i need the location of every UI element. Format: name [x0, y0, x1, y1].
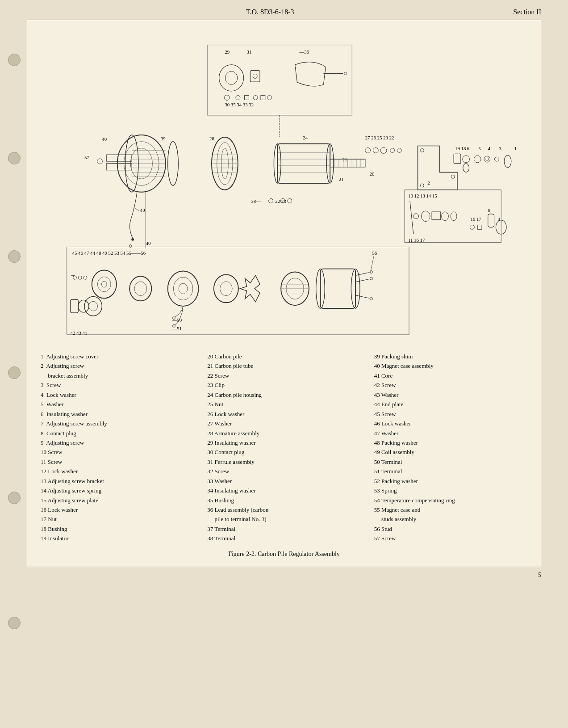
svg-text:31: 31 [247, 49, 252, 55]
part-54: 54 Temperature compensating ring [374, 496, 527, 505]
part-32: 32 Screw [207, 467, 360, 476]
punch-hole-3 [8, 250, 21, 263]
part-50: 50 Terminal [374, 457, 527, 467]
svg-text:11          16  17: 11 16 17 [408, 237, 425, 243]
svg-text:30  35  34  33  32: 30 35 34 33 32 [225, 102, 254, 107]
svg-text:16  17: 16 17 [470, 216, 481, 222]
part-9: 9 Adjusting screw [41, 438, 194, 447]
svg-text:39: 39 [161, 136, 166, 141]
svg-text:3: 3 [499, 146, 501, 151]
punch-hole-5 [8, 492, 21, 504]
parts-list: 1 Adjusting screw cover 2 Adjusting scre… [36, 352, 532, 543]
part-55b: studs assembly [374, 514, 527, 524]
part-39: 39 Packing shim [374, 352, 527, 361]
part-51: 51 Terminal [374, 467, 527, 476]
svg-text:6: 6 [467, 146, 470, 151]
svg-text:28: 28 [209, 136, 214, 141]
part-11: 11 Screw [41, 457, 194, 467]
part-41: 41 Core [374, 371, 527, 380]
diagram-svg: 29 31 —36 30 35 34 33 32 [36, 29, 532, 342]
part-1: 1 Adjusting screw cover [41, 352, 194, 361]
svg-text:24: 24 [303, 135, 308, 140]
svg-text:57: 57 [84, 155, 89, 160]
part-3: 3 Screw [41, 380, 194, 390]
part-42: 42 Screw [374, 380, 527, 390]
part-18: 18 Bushing [41, 524, 194, 534]
part-36: 36 Lead assembly (carbon [207, 505, 360, 514]
part-44: 44 End plate [374, 400, 527, 409]
part-25: 25 Nut [207, 400, 360, 409]
part-34: 34 Insulating washer [207, 486, 360, 495]
svg-text:40: 40 [102, 136, 107, 142]
part-52: 52 Packing washer [374, 476, 527, 486]
page-header: T.O. 8D3-6-18-3 Section II [0, 0, 568, 20]
part-2b: bracket assembly [41, 371, 194, 380]
part-29: 29 Insulating washer [207, 438, 360, 447]
part-53: 53 Spring [374, 486, 527, 495]
svg-text:27  26  25  23  22: 27 26 25 23 22 [365, 135, 394, 140]
part-56: 56 Stud [374, 524, 527, 534]
part-19: 19 Insulator [41, 534, 194, 543]
svg-text:20: 20 [370, 171, 375, 177]
punch-hole-1 [8, 54, 21, 66]
punch-hole-4 [8, 366, 21, 379]
part-21: 21 Carbon pile tube [207, 361, 360, 370]
part-22: 22 Screw [207, 371, 360, 380]
part-49: 49 Coil assembly [374, 447, 527, 457]
punch-hole-2 [8, 152, 21, 164]
part-36b: pile to terminal No. 3) [207, 514, 360, 524]
part-24: 24 Carbon pile housing [207, 390, 360, 400]
svg-text:40: 40 [146, 240, 151, 246]
svg-text:56: 56 [372, 250, 377, 256]
svg-text:—51: —51 [172, 326, 182, 331]
part-46: 46 Lock washer [374, 419, 527, 428]
svg-text:—36: —36 [299, 49, 309, 55]
part-38: 38 Terminal [207, 534, 360, 543]
part-40: 40 Magnet case assembly [374, 361, 527, 370]
part-28: 28 Armature assembly [207, 429, 360, 438]
parts-column-1: 1 Adjusting screw cover 2 Adjusting scre… [41, 352, 194, 543]
svg-text:2: 2 [427, 180, 430, 185]
part-26: 26 Lock washer [207, 409, 360, 419]
part-10: 10 Screw [41, 447, 194, 457]
svg-point-111 [131, 238, 134, 241]
svg-text:8: 8 [488, 207, 490, 213]
svg-text:4: 4 [488, 146, 491, 151]
part-30: 30 Contact plug [207, 447, 360, 457]
svg-text:42  43  41: 42 43 41 [71, 330, 88, 336]
figure-caption: Figure 2-2. Carbon Pile Regulator Assemb… [36, 551, 532, 558]
part-57: 57 Screw [374, 534, 527, 543]
header-center: T.O. 8D3-6-18-3 [246, 8, 294, 16]
punch-hole-6 [8, 617, 21, 629]
part-15: 15 Adjusting screw plate [41, 496, 194, 505]
part-16: 16 Lock washer [41, 505, 194, 514]
part-12: 12 Lock washer [41, 467, 194, 476]
part-17: 17 Nut [41, 514, 194, 524]
part-20: 20 Carbon pile [207, 352, 360, 361]
part-47: 47 Washer [374, 429, 527, 438]
diagram-area: 29 31 —36 30 35 34 33 32 [36, 29, 532, 344]
main-content: 29 31 —36 30 35 34 33 32 [27, 20, 541, 567]
parts-column-2: 20 Carbon pile 21 Carbon pile tube 22 Sc… [207, 352, 360, 543]
svg-text:21: 21 [342, 157, 347, 162]
part-23: 23 Clip [207, 380, 360, 390]
part-6: 6 Insulating washer [41, 409, 194, 419]
svg-text:5: 5 [478, 146, 480, 151]
part-4: 4 Lock washer [41, 390, 194, 400]
part-13: 13 Adjusting screw bracket [41, 476, 194, 486]
page-number: 5 [0, 567, 568, 583]
part-7: 7 Adjusting screw assembly [41, 419, 194, 428]
parts-column-3: 39 Packing shim 40 Magnet case assembly … [374, 352, 527, 543]
svg-text:19  18: 19 18 [455, 146, 466, 151]
svg-text:45  46 47  44      48       49: 45 46 47 44 48 49 52 53 54 55——56 [72, 250, 146, 256]
part-31: 31 Ferrule assembly [207, 457, 360, 467]
part-55: 55 Magnet case and [374, 505, 527, 514]
svg-text:38—: 38— [251, 198, 261, 204]
svg-text:40: 40 [140, 207, 145, 213]
header-right: Section II [513, 8, 541, 16]
part-5: 5 Washer [41, 400, 194, 409]
part-43: 43 Washer [374, 390, 527, 400]
part-35: 35 Bushing [207, 496, 360, 505]
svg-text:21: 21 [339, 177, 344, 182]
part-8: 8 Contact plug [41, 429, 194, 438]
